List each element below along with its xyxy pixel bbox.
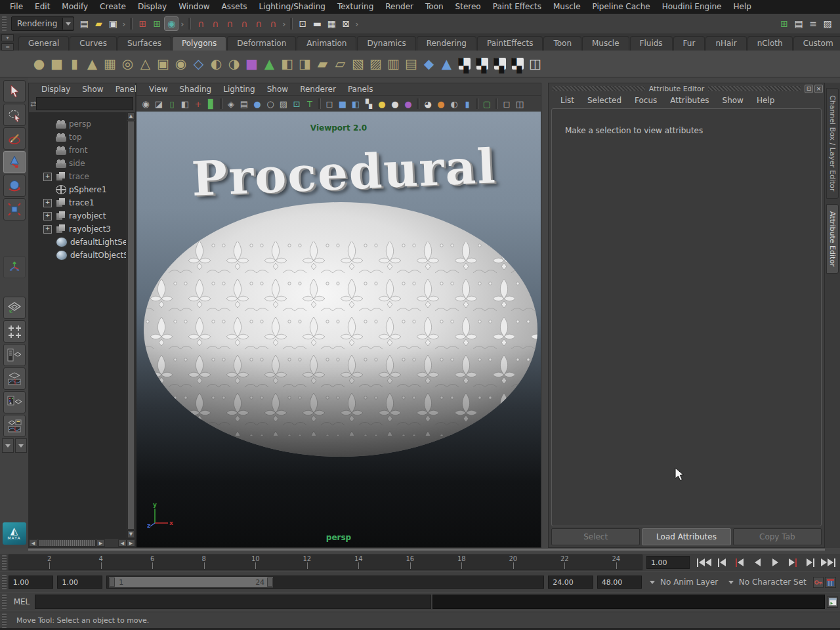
separator[interactable]: [220, 98, 222, 109]
outliner-item[interactable]: + top: [29, 131, 126, 144]
menu-item[interactable]: Houdini Engine: [656, 0, 728, 14]
image-plane-icon[interactable]: ◧: [178, 97, 192, 110]
attribute-editor-menu-item[interactable]: List: [554, 96, 581, 105]
scale-tool-button[interactable]: [3, 198, 26, 220]
playback-end-field[interactable]: 24.00: [548, 576, 593, 589]
poly-pipe-icon[interactable]: ▣: [154, 54, 172, 74]
character-set-dropdown-icon[interactable]: [724, 576, 738, 588]
snap-to-point-icon[interactable]: ∩: [222, 16, 237, 31]
select-component-icon[interactable]: ◉: [164, 16, 178, 31]
tab-channel-box[interactable]: Channel Box / Layer Editor: [826, 88, 839, 199]
current-frame-field[interactable]: 1.00: [646, 556, 690, 569]
layout-persp-graph-button[interactable]: [3, 368, 26, 390]
expand-chevron[interactable]: ›: [353, 16, 360, 31]
close-panel-icon[interactable]: ×: [814, 85, 823, 93]
scrollbar-thumb[interactable]: [38, 539, 96, 547]
outliner-item[interactable]: + defaultLightSet: [29, 236, 126, 249]
insert-edge-loop-icon[interactable]: ▥: [385, 54, 402, 74]
specular-light-icon[interactable]: ●: [402, 97, 415, 110]
viewport-menu-item[interactable]: Renderer: [294, 85, 342, 94]
outliner-menu-item[interactable]: Display: [35, 85, 76, 94]
scroll-right-icon[interactable]: ▶: [96, 539, 105, 547]
pane-scroll-right-icon[interactable]: ▶: [127, 539, 135, 547]
outliner-tree[interactable]: + persp + top + front +: [29, 112, 126, 538]
outliner-vertical-scrollbar[interactable]: ▲ ▼: [126, 112, 135, 538]
shelf-tab[interactable]: Muscle: [582, 36, 629, 51]
attribute-editor-menu-item[interactable]: Help: [750, 96, 781, 105]
bridge-icon[interactable]: ▰: [314, 54, 331, 74]
time-slider[interactable]: 24681012141618202224: [9, 555, 642, 570]
scene-sphere-object[interactable]: [142, 201, 539, 460]
attribute-editor-titlebar[interactable]: Attribute Editor ⊡ ×: [549, 83, 824, 94]
menu-item[interactable]: Lighting/Shading: [253, 0, 331, 14]
bevel-icon[interactable]: ◨: [296, 54, 314, 74]
render-current-frame-icon[interactable]: ▬: [310, 16, 324, 31]
ssao-icon[interactable]: ◕: [421, 97, 434, 110]
layout-hypershade-persp-button[interactable]: [3, 391, 26, 413]
float-panel-icon[interactable]: ⊡: [805, 85, 813, 93]
command-result-field[interactable]: [432, 595, 825, 609]
smooth-shade-icon[interactable]: ▤: [238, 97, 251, 110]
command-language-label[interactable]: MEL: [9, 597, 35, 606]
outliner-item[interactable]: + trace: [29, 170, 126, 183]
append-polygon-icon[interactable]: ▧: [349, 54, 367, 74]
text-hud-icon[interactable]: T: [303, 97, 316, 110]
sculpt-tool-icon[interactable]: ▲: [438, 54, 455, 74]
expand-chevron[interactable]: ›: [120, 16, 127, 31]
lighting-icon[interactable]: ⊡: [290, 97, 303, 110]
shelf-tab[interactable]: PaintEffects: [477, 36, 543, 51]
shelf-item-menu-button[interactable]: ≡: [1, 43, 14, 51]
channel-box-toggle-icon[interactable]: ▤: [791, 16, 806, 31]
select-camera-icon[interactable]: ◉: [139, 97, 152, 110]
snap-to-grid-icon[interactable]: ∩: [194, 16, 208, 31]
viewport-menu-item[interactable]: Show: [261, 85, 294, 94]
snap-to-projected-center-icon[interactable]: ∩: [237, 16, 251, 31]
status-line-grip[interactable]: [2, 16, 7, 31]
outliner-filter-icon[interactable]: ⇄: [30, 100, 36, 108]
wire-on-shaded-icon[interactable]: ◻: [323, 97, 336, 110]
shelf-tab[interactable]: nHair: [705, 36, 746, 51]
menu-item[interactable]: Render: [379, 0, 419, 14]
offset-edge-loop-icon[interactable]: ▤: [402, 54, 420, 74]
poly-sphere-icon[interactable]: ●: [30, 54, 48, 74]
outliner-item[interactable]: + side: [29, 157, 126, 170]
layout-shortcut-dropdown-left[interactable]: [2, 438, 14, 453]
bookmarks-icon[interactable]: ▯: [165, 97, 178, 110]
viewport-menu-item[interactable]: Shading: [173, 85, 217, 94]
poly-platonic-icon[interactable]: ◉: [172, 54, 190, 74]
separator[interactable]: [417, 98, 419, 109]
separator[interactable]: [476, 98, 478, 109]
range-slider[interactable]: 1 24: [106, 576, 544, 589]
attribute-editor-menu-item[interactable]: Show: [716, 96, 750, 105]
outliner-item[interactable]: + trace1: [29, 196, 126, 209]
poly-plane-icon[interactable]: ▦: [101, 54, 119, 74]
scene-3d-text[interactable]: Procedural: [190, 138, 497, 207]
outliner-item[interactable]: + rayobject: [29, 209, 126, 222]
help-line-grip[interactable]: [2, 614, 7, 628]
menu-item[interactable]: Help: [727, 0, 757, 14]
go-to-end-button[interactable]: [820, 556, 836, 569]
object-details-toggle-icon[interactable]: ⊞: [777, 16, 791, 31]
separator[interactable]: [130, 18, 133, 30]
shelf-tab[interactable]: nCloth: [747, 36, 793, 51]
textured-icon[interactable]: ●: [251, 97, 264, 110]
shelf-tab[interactable]: Rendering: [417, 36, 476, 51]
titlebar-drag-handle[interactable]: [708, 86, 801, 91]
menu-item[interactable]: Create: [94, 0, 132, 14]
planar-mapping-icon[interactable]: ▚: [455, 54, 473, 74]
separator[interactable]: [318, 98, 321, 109]
expand-toggle[interactable]: +: [43, 199, 52, 207]
tool-settings-toggle-icon[interactable]: ≡: [806, 16, 820, 31]
key-light-icon[interactable]: ●: [375, 97, 388, 110]
fill-hole-icon[interactable]: ▱: [331, 54, 349, 74]
playback-start-field[interactable]: 1.00: [57, 576, 102, 589]
select-tool-button[interactable]: [3, 80, 26, 102]
attribute-editor-toggle-icon[interactable]: ▨: [820, 16, 835, 31]
shelf-tab[interactable]: Curves: [70, 36, 117, 51]
rotate-tool-button[interactable]: [3, 175, 26, 197]
command-input[interactable]: [35, 595, 431, 609]
shelf-tab[interactable]: Fur: [673, 36, 705, 51]
poly-pyramid-icon[interactable]: △: [136, 54, 154, 74]
ipr-render-icon[interactable]: ▦: [324, 16, 339, 31]
viewport-menu-item[interactable]: Panels: [342, 85, 379, 94]
